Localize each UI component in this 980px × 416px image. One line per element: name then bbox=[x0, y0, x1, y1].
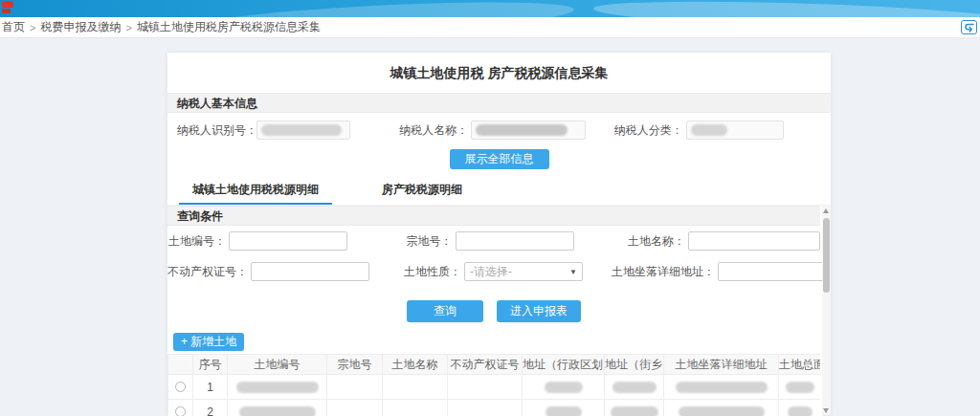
row-seq: 1 bbox=[193, 375, 228, 400]
redacted-value bbox=[261, 124, 342, 136]
collection-panel: 城镇土地使用税 房产税税源信息采集 纳税人基本信息 纳税人识别号： 纳税人名称：… bbox=[167, 53, 831, 416]
redacted-value bbox=[236, 382, 319, 393]
col-total-area: 土地总面积 bbox=[779, 355, 821, 375]
redacted-value bbox=[546, 406, 582, 416]
redacted-value bbox=[691, 124, 727, 136]
taxpayer-id-field: 纳税人识别号： bbox=[177, 120, 391, 140]
taxpayer-fields-row: 纳税人识别号： 纳税人名称： 纳税人分类： bbox=[167, 113, 831, 145]
query-actions: 查询 进入申报表 bbox=[167, 300, 820, 322]
land-table-viewport: 序号 土地编号 宗地号 土地名称 不动产权证号 地址（行政区划） 地址（街乡） … bbox=[167, 354, 820, 416]
add-land-button[interactable]: + 新增土地 bbox=[173, 333, 244, 351]
query-row-2: 不动产权证号： 土地性质： -请选择- ▼ 土地坐落详细地址： bbox=[167, 256, 820, 287]
show-all-info-button[interactable]: 展示全部信息 bbox=[450, 149, 549, 169]
parcel-number-label: 宗地号： bbox=[388, 233, 452, 250]
land-name-field: 土地名称： bbox=[603, 231, 820, 251]
row-radio[interactable] bbox=[175, 382, 186, 392]
property-cert-input[interactable] bbox=[251, 262, 369, 281]
redacted-value bbox=[679, 406, 765, 416]
redacted-value bbox=[612, 382, 657, 393]
tab-property-tax[interactable]: 房产税税源明细 bbox=[368, 179, 476, 205]
banner-wave bbox=[172, 0, 575, 17]
land-number-input[interactable] bbox=[229, 231, 347, 251]
vertical-scrollbar[interactable] bbox=[822, 206, 831, 416]
taxpayer-category-label: 纳税人分类： bbox=[607, 122, 683, 139]
land-nature-label: 土地性质： bbox=[404, 264, 461, 280]
col-address-district: 地址（行政区划） bbox=[523, 355, 605, 375]
breadcrumb-tax-declaration[interactable]: 税费申报及缴纳 bbox=[40, 19, 121, 35]
enter-declaration-button[interactable]: 进入申报表 bbox=[497, 300, 581, 322]
back-button[interactable] bbox=[961, 20, 977, 34]
property-cert-field: 不动产权证号： bbox=[167, 262, 364, 281]
col-address-township: 地址（街乡） bbox=[605, 355, 664, 375]
land-name-input[interactable] bbox=[688, 231, 820, 251]
redacted-value bbox=[676, 382, 768, 393]
breadcrumb-separator: > bbox=[125, 22, 131, 33]
section-query-conditions: 查询条件 bbox=[167, 206, 820, 226]
taxpayer-id-value bbox=[256, 120, 350, 140]
scroll-up-icon[interactable] bbox=[823, 208, 829, 213]
taxpayer-id-label: 纳税人识别号： bbox=[177, 122, 254, 139]
land-number-label: 土地编号： bbox=[167, 233, 226, 250]
top-banner bbox=[0, 0, 980, 17]
breadcrumb-current-page: 城镇土地使用税房产税税源信息采集 bbox=[137, 19, 321, 35]
col-seq: 序号 bbox=[193, 355, 228, 375]
section-taxpayer-info: 纳税人基本信息 bbox=[167, 93, 831, 113]
vertical-scrollbar-thumb[interactable] bbox=[823, 218, 830, 293]
land-nature-select[interactable]: -请选择- ▼ bbox=[464, 262, 583, 281]
breadcrumb-separator: > bbox=[30, 22, 35, 33]
taxpayer-name-field: 纳税人名称： bbox=[391, 120, 606, 140]
redacted-value bbox=[788, 406, 813, 416]
taxpayer-category-value bbox=[686, 120, 784, 140]
query-row-1: 土地编号： 宗地号： 土地名称： bbox=[167, 226, 820, 256]
taxpayer-category-field: 纳税人分类： bbox=[607, 120, 821, 140]
parcel-number-field: 宗地号： bbox=[388, 231, 573, 251]
land-address-label: 土地坐落详细地址： bbox=[612, 264, 715, 280]
tax-bureau-logo bbox=[2, 1, 16, 15]
source-detail-tabs: 城镇土地使用税税源明细 房产税税源明细 bbox=[167, 175, 831, 206]
scroll-down-icon[interactable] bbox=[823, 408, 829, 413]
land-nature-placeholder: -请选择- bbox=[470, 264, 512, 280]
taxpayer-name-label: 纳税人名称： bbox=[391, 122, 468, 139]
land-address-field: 土地坐落详细地址： bbox=[612, 262, 831, 281]
land-table: 序号 土地编号 宗地号 土地名称 不动产权证号 地址（行政区划） 地址（街乡） … bbox=[167, 354, 820, 416]
land-address-input[interactable] bbox=[718, 262, 831, 281]
banner-wave bbox=[593, 0, 980, 17]
col-land-number: 土地编号 bbox=[228, 355, 327, 375]
table-row[interactable]: 2 bbox=[168, 400, 821, 416]
taxpayer-name-value bbox=[471, 120, 586, 140]
redacted-value bbox=[239, 406, 316, 416]
land-nature-field: 土地性质： -请选择- ▼ bbox=[404, 262, 583, 281]
breadcrumb-home[interactable]: 首页 bbox=[2, 19, 25, 35]
select-column-header bbox=[168, 355, 193, 375]
col-parcel-number: 宗地号 bbox=[327, 355, 383, 375]
row-radio[interactable] bbox=[175, 406, 186, 416]
col-detail-address: 土地坐落详细地址 bbox=[664, 355, 779, 375]
parcel-number-input[interactable] bbox=[456, 231, 574, 251]
undo-arrow-icon bbox=[964, 23, 974, 33]
search-button[interactable]: 查询 bbox=[407, 300, 483, 322]
table-row[interactable]: 1 bbox=[168, 375, 821, 400]
page-background: 城镇土地使用税 房产税税源信息采集 纳税人基本信息 纳税人识别号： 纳税人名称：… bbox=[0, 53, 980, 416]
property-cert-label: 不动产权证号： bbox=[167, 264, 248, 280]
table-header-row: 序号 土地编号 宗地号 土地名称 不动产权证号 地址（行政区划） 地址（街乡） … bbox=[168, 355, 821, 375]
col-property-cert: 不动产权证号 bbox=[448, 355, 523, 375]
redacted-value bbox=[786, 382, 814, 393]
land-number-field: 土地编号： bbox=[167, 231, 347, 251]
redacted-value bbox=[545, 382, 583, 393]
land-name-label: 土地名称： bbox=[603, 233, 685, 250]
redacted-value bbox=[611, 406, 658, 416]
tab-content-area: 查询条件 土地编号： 宗地号： 土地名称： 不动产权证号： bbox=[167, 206, 831, 416]
page-title: 城镇土地使用税 房产税税源信息采集 bbox=[167, 53, 831, 93]
col-land-name: 土地名称 bbox=[383, 355, 448, 375]
chevron-down-icon: ▼ bbox=[569, 268, 577, 276]
redacted-value bbox=[476, 124, 568, 136]
row-seq: 2 bbox=[193, 400, 228, 416]
tab-urban-land-use-tax[interactable]: 城镇土地使用税税源明细 bbox=[179, 179, 332, 205]
breadcrumb: 首页 > 税费申报及缴纳 > 城镇土地使用税房产税税源信息采集 bbox=[0, 17, 980, 38]
